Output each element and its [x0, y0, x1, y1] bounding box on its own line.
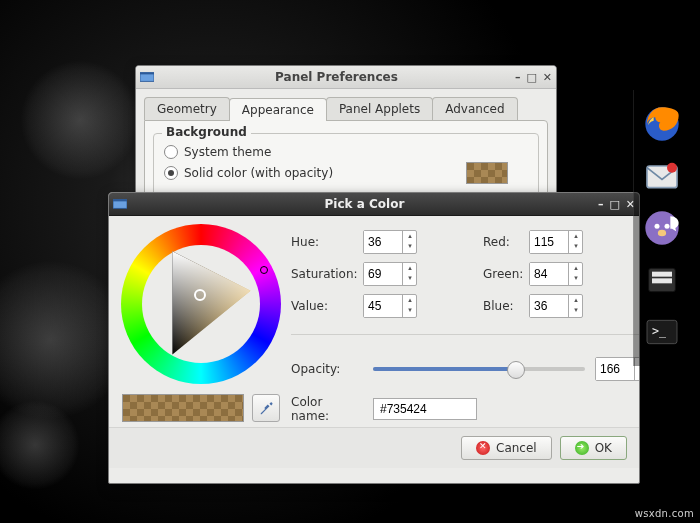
color-preview-swatch [122, 394, 244, 422]
minimize-button[interactable]: – [515, 71, 521, 84]
prefs-titlebar[interactable]: Panel Preferences – □ ✕ [136, 66, 556, 89]
cancel-label: Cancel [496, 441, 537, 455]
prefs-tabs: Geometry Appearance Panel Applets Advanc… [144, 97, 548, 120]
blue-value[interactable] [530, 295, 568, 317]
value-value[interactable] [364, 295, 402, 317]
cancel-button[interactable]: Cancel [461, 436, 552, 460]
green-value[interactable] [530, 263, 568, 285]
minimize-button[interactable]: – [598, 198, 604, 211]
background-color-swatch[interactable] [466, 162, 508, 184]
opacity-label: Opacity: [291, 362, 363, 376]
red-label: Red: [483, 235, 529, 249]
sat-step-up[interactable]: ▴ [403, 263, 417, 273]
background-legend: Background [162, 125, 251, 139]
svg-rect-3 [113, 200, 127, 202]
opacity-slider[interactable] [373, 367, 585, 371]
svg-point-12 [658, 230, 666, 237]
svg-point-10 [655, 224, 660, 229]
dock-item-files[interactable] [638, 256, 686, 304]
blue-step-down[interactable]: ▾ [569, 305, 583, 315]
saturation-value[interactable] [364, 263, 402, 285]
maximize-button[interactable]: □ [609, 198, 619, 211]
opacity-slider-thumb[interactable] [507, 361, 525, 379]
val-step-down[interactable]: ▾ [403, 305, 417, 315]
radio-solid-color[interactable] [164, 166, 178, 180]
hue-step-up[interactable]: ▴ [403, 231, 417, 241]
background-fieldset: Background System theme Solid color (wit… [153, 133, 539, 196]
svg-rect-14 [652, 278, 672, 283]
maximize-button[interactable]: □ [526, 71, 536, 84]
saturation-label: Saturation: [291, 267, 363, 281]
window-app-icon [113, 197, 127, 211]
files-icon [642, 260, 682, 300]
watermark: wsxdn.com [635, 508, 694, 519]
ok-label: OK [595, 441, 612, 455]
ok-button[interactable]: OK [560, 436, 627, 460]
hue-label: Hue: [291, 235, 363, 249]
opacity-step-down[interactable]: ▾ [635, 368, 640, 378]
eyedropper-button[interactable] [252, 394, 280, 422]
picker-titlebar[interactable]: Pick a Color – □ ✕ [109, 193, 639, 216]
color-name-label: Color name: [291, 395, 363, 423]
hue-value[interactable] [364, 231, 402, 253]
green-input[interactable]: ▴▾ [529, 262, 583, 286]
radio-system-theme[interactable] [164, 145, 178, 159]
sat-step-down[interactable]: ▾ [403, 273, 417, 283]
firefox-icon [642, 104, 682, 144]
eyedropper-icon [259, 401, 273, 415]
svg-marker-5 [172, 251, 250, 354]
window-app-icon [140, 70, 154, 84]
triangle-indicator[interactable] [194, 289, 206, 301]
green-label: Green: [483, 267, 529, 281]
red-step-down[interactable]: ▾ [569, 241, 583, 251]
tab-panel-applets[interactable]: Panel Applets [326, 97, 433, 120]
svg-point-11 [665, 224, 670, 229]
hue-ring-indicator[interactable] [260, 266, 268, 274]
opacity-slider-fill [373, 367, 511, 371]
color-triangle[interactable] [146, 249, 256, 359]
close-button[interactable]: ✕ [543, 71, 552, 84]
saturation-input[interactable]: ▴▾ [363, 262, 417, 286]
dock-item-mail[interactable] [638, 152, 686, 200]
dock-item-firefox[interactable] [638, 100, 686, 148]
blue-label: Blue: [483, 299, 529, 313]
hue-step-down[interactable]: ▾ [403, 241, 417, 251]
svg-rect-15 [652, 272, 672, 277]
mail-icon [642, 156, 682, 196]
dock: >_ [633, 90, 700, 366]
color-wheel[interactable] [121, 224, 281, 384]
cancel-icon [476, 441, 490, 455]
pidgin-icon [642, 208, 682, 248]
ok-icon [575, 441, 589, 455]
tab-advanced[interactable]: Advanced [432, 97, 517, 120]
red-input[interactable]: ▴▾ [529, 230, 583, 254]
terminal-icon: >_ [642, 312, 682, 352]
dock-item-pidgin[interactable] [638, 204, 686, 252]
radio-solid-color-label: Solid color (with opacity) [184, 166, 333, 180]
tab-geometry[interactable]: Geometry [144, 97, 230, 120]
red-value[interactable] [530, 231, 568, 253]
color-name-input[interactable] [373, 398, 477, 420]
prefs-title: Panel Preferences [158, 70, 515, 84]
svg-text:>_: >_ [652, 324, 667, 338]
red-step-up[interactable]: ▴ [569, 231, 583, 241]
blue-input[interactable]: ▴▾ [529, 294, 583, 318]
blue-step-up[interactable]: ▴ [569, 295, 583, 305]
value-input[interactable]: ▴▾ [363, 294, 417, 318]
svg-rect-1 [140, 73, 154, 75]
picker-title: Pick a Color [131, 197, 598, 211]
dock-item-terminal[interactable]: >_ [638, 308, 686, 356]
opacity-value[interactable] [596, 358, 634, 380]
svg-point-8 [667, 163, 677, 173]
val-step-up[interactable]: ▴ [403, 295, 417, 305]
green-step-down[interactable]: ▾ [569, 273, 583, 283]
tab-appearance[interactable]: Appearance [229, 98, 327, 121]
hue-input[interactable]: ▴▾ [363, 230, 417, 254]
color-picker-window: Pick a Color – □ ✕ [108, 192, 640, 484]
radio-system-theme-label: System theme [184, 145, 271, 159]
value-label: Value: [291, 299, 363, 313]
green-step-up[interactable]: ▴ [569, 263, 583, 273]
